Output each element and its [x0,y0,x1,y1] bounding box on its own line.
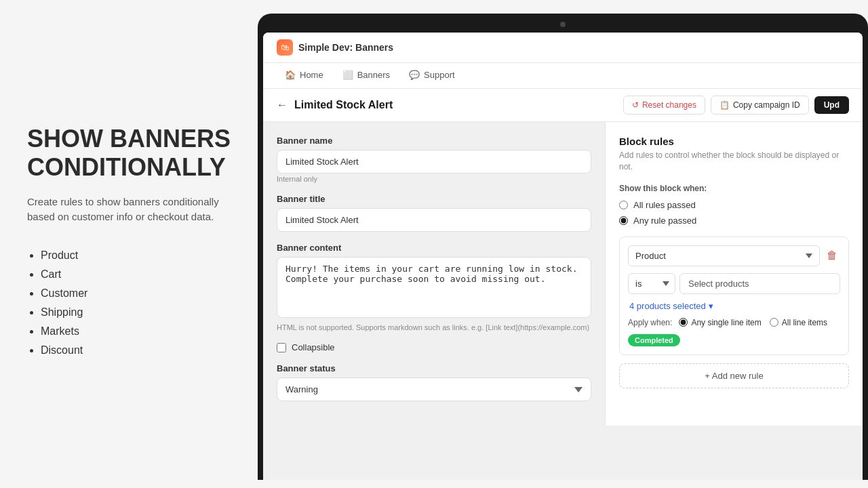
main-description: Create rules to show banners conditional… [27,195,231,225]
rule-type-row: Product Cart Customer Shipping Markets D… [628,245,840,266]
apply-single-radio[interactable] [679,318,688,327]
tablet-camera [560,22,566,27]
copy-icon: 📋 [719,100,730,110]
campaign-id-button[interactable]: 📋 Copy campaign ID [711,96,809,115]
feature-list: Product Cart Customer Shipping Markets D… [27,249,231,363]
back-button[interactable]: ← [277,99,288,111]
right-panel: 🛍 Simple Dev: Banners 🏠 Home ⬜ Banners 💬… [258,0,868,488]
all-rules-label[interactable]: All rules passed [633,200,696,210]
apply-all-label[interactable]: All line items [782,318,827,327]
app-nav: 🏠 Home ⬜ Banners 💬 Support [263,63,863,89]
banner-title-input[interactable] [277,208,591,232]
collapsible-row: Collapsible [277,342,591,352]
rule-type-select[interactable]: Product Cart Customer Shipping Markets D… [628,245,820,266]
list-item: Customer [41,287,231,300]
tablet-mockup: 🛍 Simple Dev: Banners 🏠 Home ⬜ Banners 💬… [258,14,868,480]
collapsible-checkbox[interactable] [277,343,286,352]
apply-all-radio[interactable] [770,318,778,327]
show-when-label: Show this block when: [619,184,849,193]
banner-status-group: Banner status Warning Info Success Error [277,363,591,401]
products-selected-link[interactable]: 4 products selected ▾ [629,301,840,311]
list-item: Cart [41,268,231,281]
apply-when-row: Apply when: Any single line item All lin… [628,318,840,346]
main-heading: SHOW BANNERS CONDITIONALLY [27,125,231,181]
nav-home[interactable]: 🏠 Home [277,63,332,88]
update-button[interactable]: Upd [814,96,849,114]
page-header-left: ← Limited Stock Alert [277,99,393,111]
completed-badge: Completed [628,334,680,346]
banner-name-group: Banner name Internal only [277,136,591,183]
left-panel: SHOW BANNERS CONDITIONALLY Create rules … [0,0,258,488]
banner-title-group: Banner title [277,194,591,232]
rule-condition-select[interactable]: is is not [628,273,675,294]
banner-name-sublabel: Internal only [277,175,591,183]
list-item: Shipping [41,306,231,319]
page-header: ← Limited Stock Alert ↺ Reset changes 📋 … [263,89,863,122]
tablet-screen: 🛍 Simple Dev: Banners 🏠 Home ⬜ Banners 💬… [263,33,863,480]
banner-status-select[interactable]: Warning Info Success Error [277,378,591,401]
list-item: Product [41,249,231,262]
apply-all-item: All line items [770,318,827,327]
rule-condition-row: is is not Select products [628,273,840,294]
form-panel: Banner name Internal only Banner title B… [263,122,605,426]
banner-status-label: Banner status [277,363,591,373]
reset-icon: ↺ [632,100,639,110]
page-header-right: ↺ Reset changes 📋 Copy campaign ID Upd [623,96,849,115]
banner-content-group: Banner content Hurry! The items in your … [277,243,591,331]
rules-subtitle: Add rules to control whether the block s… [619,150,849,173]
add-rule-button[interactable]: + Add new rule [619,363,849,388]
apply-single-label[interactable]: Any single line item [691,318,761,327]
apply-single-item: Any single line item [679,318,761,327]
support-icon: 💬 [409,70,420,80]
page-title: Limited Stock Alert [294,99,393,111]
collapsible-label[interactable]: Collapsible [292,342,335,352]
reset-button[interactable]: ↺ Reset changes [623,96,705,115]
home-icon: 🏠 [285,70,296,80]
show-when-radio-group: All rules passed Any rule passed [619,200,849,226]
apply-when-label: Apply when: [628,318,672,327]
list-item: Markets [41,325,231,338]
list-item: Discount [41,344,231,357]
all-rules-radio[interactable] [619,201,628,209]
any-rule-label[interactable]: Any rule passed [633,216,696,226]
banner-name-label: Banner name [277,136,591,146]
banner-content-textarea[interactable]: Hurry! The items in your cart are runnin… [277,257,591,318]
rule-delete-button[interactable]: 🗑 [824,247,840,264]
main-content: Banner name Internal only Banner title B… [263,122,863,426]
apply-radio-group: Any single line item All line items [679,318,827,327]
banner-content-label: Banner content [277,243,591,253]
app-header: 🛍 Simple Dev: Banners [263,33,863,63]
any-rule-radio[interactable] [619,216,628,225]
banner-content-hint: HTML is not supported. Supports markdown… [277,323,591,331]
rules-panel: Block rules Add rules to control whether… [605,122,863,426]
chevron-down-icon: ▾ [709,301,713,311]
rules-title: Block rules [619,136,849,147]
banner-name-input[interactable] [277,150,591,174]
app-icon: 🛍 [277,39,293,56]
banners-icon: ⬜ [342,70,353,80]
radio-all-rules: All rules passed [619,200,849,210]
app-title: Simple Dev: Banners [298,42,393,53]
rule-block: Product Cart Customer Shipping Markets D… [619,237,849,355]
nav-support[interactable]: 💬 Support [401,63,463,88]
radio-any-rule: Any rule passed [619,216,849,226]
nav-banners[interactable]: ⬜ Banners [334,63,398,88]
select-products-button[interactable]: Select products [679,273,840,294]
banner-title-label: Banner title [277,194,591,204]
